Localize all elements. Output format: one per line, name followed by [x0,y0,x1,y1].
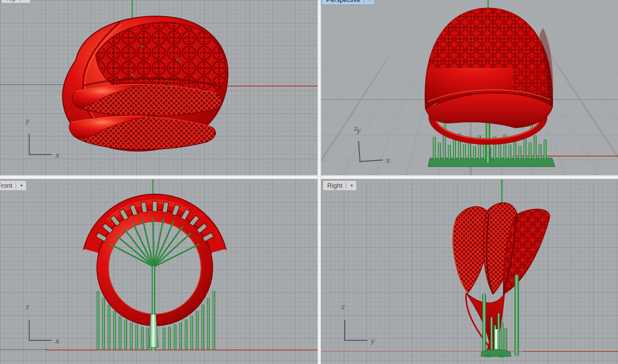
axis-line-vertical [344,320,345,341]
viewport-perspective[interactable]: Perspective ▼ z y x [321,0,618,175]
viewport-tab-label: Top [6,0,16,2]
chevron-down-icon[interactable]: ▼ [368,0,372,2]
axis-line-vertical [358,141,360,162]
axis-line-horizontal [29,340,52,341]
axis-gizmo: z y [338,310,381,341]
axis-gizmo: y x [23,124,65,155]
tab-separator [346,182,346,189]
viewport-tab-perspective[interactable]: Perspective ▼ [322,0,375,5]
viewport-splitter-vertical[interactable] [318,0,321,364]
viewport-front[interactable]: Front ▼ z x [0,179,318,364]
axis-label-z: z [341,303,344,311]
viewport-splitter-horizontal[interactable] [0,175,618,179]
axis-label-y: y [25,117,29,125]
chevron-down-icon[interactable]: ▼ [350,184,353,187]
axis-label-y: y [370,337,375,345]
tab-separator [20,0,20,2]
chevron-down-icon[interactable]: ▼ [20,184,23,187]
viewport-right[interactable]: Right ▼ z y [321,179,618,364]
viewport-grid: Top ▼ y x [0,0,618,364]
viewport-top[interactable]: Top ▼ y x [0,0,318,175]
tab-separator [364,0,364,4]
axis-label-x: x [386,156,390,165]
axis-gizmo: z y x [351,128,396,163]
tab-separator [16,182,16,189]
axis-label-z: z [25,303,29,311]
axis-label-y: y [356,126,360,135]
viewport-tab-label: Front [0,182,12,189]
axis-label-x: x [55,151,59,159]
viewport-tab-label: Right [327,182,342,189]
axis-gizmo: z x [23,310,65,341]
viewport-tab-label: Perspective [326,0,360,4]
axis-line-horizontal [344,340,367,341]
axis-label-x: x [55,337,59,345]
axis-line-horizontal [29,154,52,155]
viewport-tab-top[interactable]: Top ▼ [1,0,31,4]
axis-line-vertical [29,320,30,341]
viewport-tab-right[interactable]: Right ▼ [323,180,357,191]
axis-line-vertical [29,134,30,155]
viewport-tab-front[interactable]: Front ▼ [0,180,27,191]
